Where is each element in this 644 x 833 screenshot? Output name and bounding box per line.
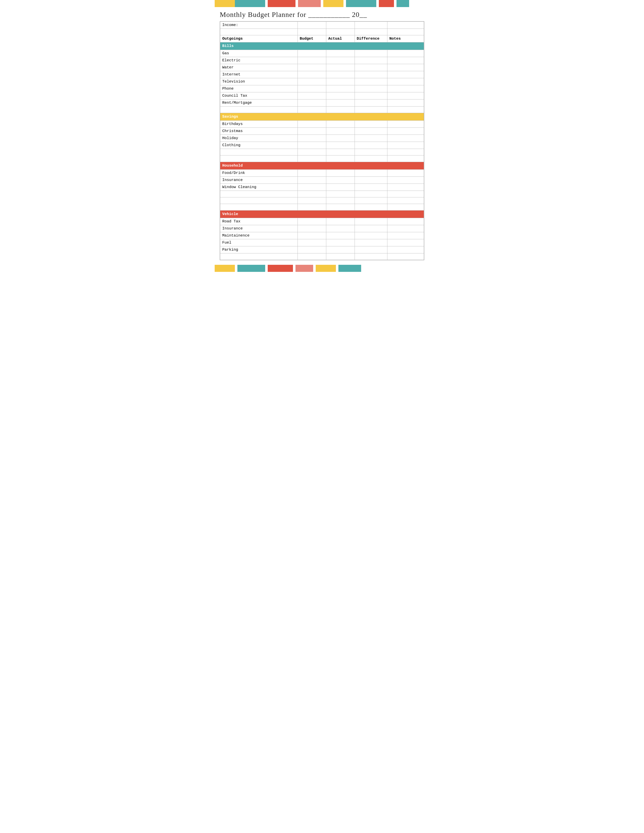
bills-gas-actual[interactable] bbox=[326, 50, 354, 57]
banner-block bbox=[376, 0, 379, 7]
outgoings-header-row: Outgoings Budget Actual Difference Notes bbox=[220, 35, 424, 42]
banner-block bbox=[268, 265, 293, 272]
savings-empty-row-1 bbox=[220, 149, 424, 156]
banner-block bbox=[265, 0, 268, 7]
bottom-banner bbox=[215, 265, 429, 272]
bills-television-row: Television bbox=[220, 78, 424, 85]
banner-block bbox=[313, 265, 316, 272]
bills-television-label: Television bbox=[220, 78, 298, 85]
vehicle-fuel-label: Fuel bbox=[220, 239, 298, 246]
banner-block bbox=[268, 0, 295, 7]
budget-table-container: Income: Outgoings Budget Actual Differen… bbox=[220, 21, 424, 260]
household-food-label: Food/Drink bbox=[220, 170, 298, 177]
page-title: Monthly Budget Planner for ___________ 2… bbox=[215, 7, 429, 21]
bills-gas-row: Gas bbox=[220, 50, 424, 57]
bills-water-label: Water bbox=[220, 64, 298, 71]
savings-christmas-row: Christmas bbox=[220, 128, 424, 135]
vehicle-maintenance-label: Maintainence bbox=[220, 232, 298, 239]
banner-block bbox=[215, 265, 235, 272]
banner-block bbox=[379, 0, 394, 7]
household-window-cleaning-label: Window Cleaning bbox=[220, 184, 298, 191]
vehicle-fuel-row: Fuel bbox=[220, 239, 424, 246]
vehicle-parking-label: Parking bbox=[220, 246, 298, 253]
bills-electric-budget[interactable] bbox=[298, 57, 326, 64]
banner-block bbox=[235, 265, 237, 272]
vehicle-insurance-label: Insurance bbox=[220, 225, 298, 232]
col-header-difference: Difference bbox=[354, 35, 387, 42]
empty-row-1 bbox=[220, 29, 424, 35]
savings-category-header: Savings bbox=[220, 113, 424, 121]
savings-birthdays-label: Birthdays bbox=[220, 121, 298, 128]
banner-block bbox=[343, 0, 346, 7]
banner-block bbox=[316, 265, 336, 272]
vehicle-parking-row: Parking bbox=[220, 246, 424, 253]
bills-electric-diff[interactable] bbox=[354, 57, 387, 64]
income-row: Income: bbox=[220, 22, 424, 29]
budget-table: Income: Outgoings Budget Actual Differen… bbox=[220, 21, 424, 260]
bills-gas-label: Gas bbox=[220, 50, 298, 57]
bills-electric-actual[interactable] bbox=[326, 57, 354, 64]
household-category-header: Household bbox=[220, 162, 424, 170]
bills-council-tax-row: Council Tax bbox=[220, 92, 424, 100]
household-empty-row-1 bbox=[220, 191, 424, 198]
bills-phone-label: Phone bbox=[220, 85, 298, 92]
banner-block bbox=[346, 0, 376, 7]
bills-gas-budget[interactable] bbox=[298, 50, 326, 57]
banner-block bbox=[394, 0, 396, 7]
income-notes[interactable] bbox=[387, 22, 424, 29]
vehicle-road-tax-label: Road Tax bbox=[220, 218, 298, 225]
bills-rent-mortgage-label: Rent/Mortgage bbox=[220, 100, 298, 106]
income-label: Income: bbox=[220, 22, 298, 29]
household-food-row: Food/Drink bbox=[220, 170, 424, 177]
banner-block bbox=[237, 265, 265, 272]
savings-clothing-label: Clothing bbox=[220, 142, 298, 149]
household-empty-row-3 bbox=[220, 204, 424, 211]
savings-christmas-label: Christmas bbox=[220, 128, 298, 135]
top-banner bbox=[215, 0, 429, 7]
col-header-actual: Actual bbox=[326, 35, 354, 42]
banner-block bbox=[298, 0, 321, 7]
banner-block bbox=[338, 265, 361, 272]
vehicle-maintenance-row: Maintainence bbox=[220, 232, 424, 239]
vehicle-empty-row bbox=[220, 253, 424, 260]
bills-internet-label: Internet bbox=[220, 71, 298, 78]
banner-block bbox=[235, 0, 265, 7]
savings-holiday-label: Holiday bbox=[220, 135, 298, 142]
household-insurance-label: Insurance bbox=[220, 177, 298, 184]
household-window-cleaning-row: Window Cleaning bbox=[220, 184, 424, 191]
banner-block bbox=[321, 0, 323, 7]
banner-block bbox=[396, 0, 409, 7]
bills-gas-notes[interactable] bbox=[387, 50, 424, 57]
banner-block bbox=[295, 265, 313, 272]
bills-water-row: Water bbox=[220, 64, 424, 71]
bills-council-tax-label: Council Tax bbox=[220, 92, 298, 100]
bills-electric-notes[interactable] bbox=[387, 57, 424, 64]
household-label: Household bbox=[220, 162, 424, 170]
bills-gas-diff[interactable] bbox=[354, 50, 387, 57]
savings-birthdays-row: Birthdays bbox=[220, 121, 424, 128]
col-header-notes: Notes bbox=[387, 35, 424, 42]
banner-block bbox=[323, 0, 343, 7]
savings-holiday-row: Holiday bbox=[220, 135, 424, 142]
income-actual[interactable] bbox=[326, 22, 354, 29]
banner-block bbox=[295, 0, 298, 7]
bills-electric-label: Electric bbox=[220, 57, 298, 64]
col-header-budget: Budget bbox=[298, 35, 326, 42]
banner-block bbox=[215, 0, 235, 7]
savings-clothing-row: Clothing bbox=[220, 142, 424, 149]
vehicle-category-header: Vehicle bbox=[220, 211, 424, 218]
household-insurance-row: Insurance bbox=[220, 177, 424, 184]
bills-empty-row bbox=[220, 106, 424, 113]
bills-electric-row: Electric bbox=[220, 57, 424, 64]
income-budget[interactable] bbox=[298, 22, 326, 29]
household-empty-row-2 bbox=[220, 198, 424, 204]
vehicle-label: Vehicle bbox=[220, 211, 424, 218]
bills-internet-row: Internet bbox=[220, 71, 424, 78]
savings-empty-row-2 bbox=[220, 156, 424, 162]
income-diff[interactable] bbox=[354, 22, 387, 29]
vehicle-insurance-row: Insurance bbox=[220, 225, 424, 232]
bills-rent-mortgage-row: Rent/Mortgage bbox=[220, 100, 424, 106]
bills-category-header: Bills bbox=[220, 42, 424, 50]
bills-label: Bills bbox=[220, 42, 424, 50]
outgoings-label: Outgoings bbox=[220, 35, 298, 42]
